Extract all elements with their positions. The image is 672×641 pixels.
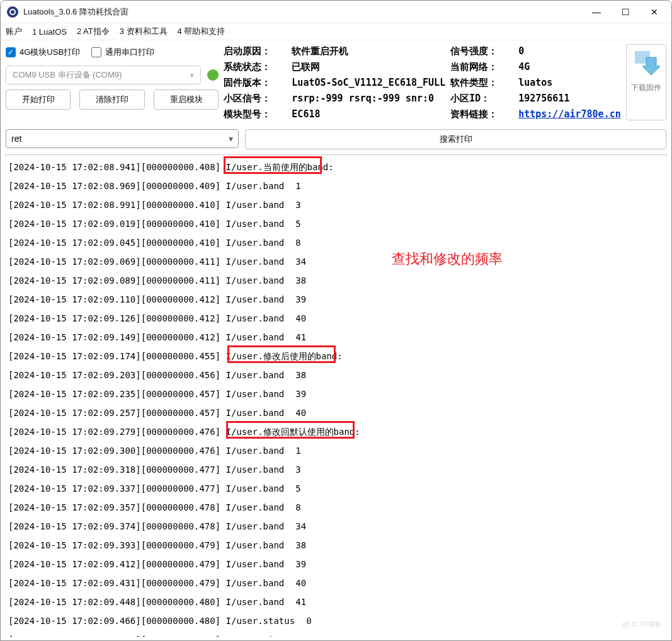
menu-tools[interactable]: 3 资料和工具 [120, 26, 168, 37]
log-line[interactable]: [2024-10-15 17:02:09.019][000000000.410]… [8, 214, 664, 233]
close-button[interactable]: ✕ [640, 2, 669, 22]
download-icon [631, 49, 661, 79]
search-input[interactable]: ret ▾ [6, 129, 239, 148]
log-line[interactable]: [2024-10-15 17:02:09.126][000000000.412]… [8, 309, 664, 328]
search-button[interactable]: 搜索打印 [245, 129, 666, 149]
log-line[interactable]: [2024-10-15 17:02:09.357][000000000.478]… [8, 498, 664, 517]
info-firmware-value: LuatOS-SoC_V1112_EC618_FULL [292, 77, 445, 89]
log-line[interactable]: [2024-10-15 17:02:09.431][000000000.479]… [8, 574, 664, 592]
log-line[interactable]: [2024-10-15 17:02:09.318][000000000.477]… [8, 460, 664, 479]
toolbar: ✓ 4G模块USB打印 通用串口打印 COM9 USB 串行设备 (COM9) … [1, 40, 671, 127]
info-firmware-label: 固件版本： [224, 77, 287, 89]
info-boot-reason-value: 软件重启开机 [292, 45, 445, 57]
device-info-grid: 启动原因： 软件重启开机 信号强度： 0 系统状态： 已联网 当前网络： 4G … [224, 44, 620, 120]
log-line[interactable]: [2024-10-15 17:02:09.412][000000000.479]… [8, 555, 664, 574]
info-status-label: 系统状态： [224, 61, 287, 73]
watermark: @51CTO博客 [622, 615, 661, 634]
app-window: Luatools_3.0.6 降功耗找合宙 — ☐ ✕ 账户 1 LuatOS … [0, 0, 672, 641]
info-module-value: EC618 [292, 108, 445, 120]
info-signal-label: 信号强度： [450, 45, 513, 57]
log-line[interactable]: [2024-10-15 17:02:09.337][000000000.477]… [8, 479, 664, 498]
log-line[interactable]: [2024-10-15 17:02:09.149][000000000.412]… [8, 328, 664, 347]
log-line[interactable]: [2024-10-15 17:02:09.448][000000000.480]… [8, 592, 664, 611]
window-title: Luatools_3.0.6 降功耗找合宙 [23, 6, 582, 18]
log-line[interactable]: [2024-10-15 17:02:09.069][000000000.411]… [8, 252, 664, 271]
info-cellsignal-value: rsrp:-999 rsrq:-999 snr:0 [292, 93, 445, 105]
check-icon: ✓ [6, 47, 16, 57]
checkbox-serial-print[interactable]: 通用串口打印 [91, 47, 154, 58]
log-line[interactable]: [2024-10-15 17:02:09.174][000000000.455]… [8, 347, 664, 366]
info-network-label: 当前网络： [450, 61, 513, 73]
log-line[interactable]: [2024-10-15 17:02:09.374][000000000.478]… [8, 517, 664, 536]
info-swtype-value: luatos [518, 77, 621, 89]
info-cellid-label: 小区ID： [450, 93, 513, 105]
app-icon [7, 6, 18, 18]
info-module-label: 模块型号： [224, 108, 287, 120]
log-line[interactable]: [2024-10-15 17:02:09.393][000000000.479]… [8, 536, 664, 555]
chevron-down-icon: ▾ [229, 134, 233, 144]
info-swtype-label: 软件类型： [450, 77, 513, 89]
menubar: 账户 1 LuatOS 2 AT指令 3 资料和工具 4 帮助和支持 [1, 23, 671, 40]
log-line[interactable]: [2024-10-15 17:02:08.991][000000000.410]… [8, 195, 664, 214]
checkbox-usb-print[interactable]: ✓ 4G模块USB打印 [6, 47, 80, 58]
log-line[interactable]: [2024-10-15 17:02:09.300][000000000.476]… [8, 441, 664, 460]
start-print-button[interactable]: 开始打印 [6, 90, 71, 110]
titlebar: Luatools_3.0.6 降功耗找合宙 — ☐ ✕ [1, 1, 671, 23]
log-line[interactable]: [2024-10-15 17:02:09.203][000000000.456]… [8, 366, 664, 384]
maximize-button[interactable]: ☐ [611, 2, 640, 22]
info-cellid-value: 192756611 [518, 93, 621, 105]
device-dropdown[interactable]: COM9 USB 串行设备 (COM9) ▾ [6, 66, 201, 84]
log-line[interactable]: [2024-10-15 17:02:09.235][000000000.457]… [8, 384, 664, 403]
clear-print-button[interactable]: 清除打印 [79, 90, 144, 110]
menu-help[interactable]: 4 帮助和支持 [178, 26, 225, 37]
log-line[interactable]: [2024-10-15 17:02:09.563][000000000.665]… [8, 630, 664, 637]
log-line[interactable]: [2024-10-15 17:02:08.941][000000000.408]… [8, 158, 664, 176]
log-line[interactable]: [2024-10-15 17:02:09.045][000000000.410]… [8, 233, 664, 252]
info-docs-link[interactable]: https://air780e.cn [518, 108, 621, 120]
log-line[interactable]: [2024-10-15 17:02:09.279][000000000.476]… [8, 422, 664, 441]
log-line[interactable]: [2024-10-15 17:02:09.466][000000000.480]… [8, 611, 664, 630]
log-line[interactable]: [2024-10-15 17:02:09.089][000000000.411]… [8, 271, 664, 290]
download-firmware-button[interactable]: 下载固件 [626, 44, 666, 120]
chevron-down-icon: ▾ [190, 71, 194, 79]
info-signal-value: 0 [518, 45, 621, 57]
info-network-value: 4G [518, 61, 621, 73]
menu-luatos[interactable]: 1 LuatOS [32, 27, 67, 37]
svg-point-1 [11, 10, 14, 14]
log-output[interactable]: [2024-10-15 17:02:08.941][000000000.408]… [4, 154, 668, 637]
info-cellsignal-label: 小区信号： [224, 93, 287, 105]
info-status-value: 已联网 [292, 61, 445, 73]
check-icon [91, 47, 101, 57]
log-line[interactable]: [2024-10-15 17:02:08.969][000000000.409]… [8, 176, 664, 195]
log-line[interactable]: [2024-10-15 17:02:09.110][000000000.412]… [8, 290, 664, 309]
status-led-icon [207, 69, 219, 81]
menu-at[interactable]: 2 AT指令 [77, 26, 110, 37]
reboot-module-button[interactable]: 重启模块 [154, 90, 219, 110]
search-row: ret ▾ 搜索打印 [1, 127, 671, 154]
info-docs-label: 资料链接： [450, 108, 513, 120]
info-boot-reason-label: 启动原因： [224, 45, 287, 57]
log-line[interactable]: [2024-10-15 17:02:09.257][000000000.457]… [8, 403, 664, 422]
minimize-button[interactable]: — [582, 2, 611, 22]
menu-account[interactable]: 账户 [6, 26, 22, 37]
